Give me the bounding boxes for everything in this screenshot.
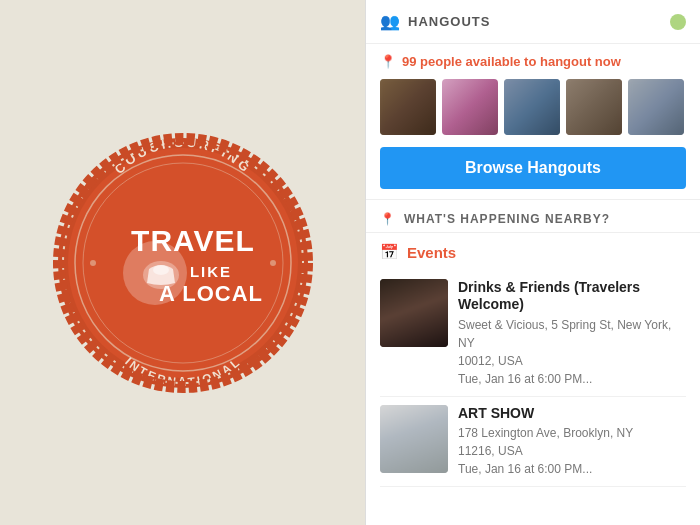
svg-point-9	[153, 265, 169, 275]
svg-text:LIKE: LIKE	[189, 263, 231, 280]
avatar-thumb	[566, 79, 622, 135]
events-section: 📅 Events Drinks & Friends (Travelers Wel…	[366, 233, 700, 493]
avatar-thumb	[504, 79, 560, 135]
online-indicator	[670, 14, 686, 30]
events-label: 📅 Events	[380, 243, 686, 261]
hangouts-header: 👥 HANGOUTS	[366, 0, 700, 44]
browse-hangouts-button[interactable]: Browse Hangouts	[380, 147, 686, 189]
event-title: Drinks & Friends (Travelers Welcome)	[458, 279, 686, 313]
avatar-thumb	[628, 79, 684, 135]
event-info: Drinks & Friends (Travelers Welcome) Swe…	[458, 279, 686, 388]
event-title: ART SHOW	[458, 405, 686, 422]
event-thumbnail	[380, 279, 448, 347]
hangouts-title: HANGOUTS	[408, 14, 490, 29]
nearby-title: WHAT'S HAPPENING NEARBY?	[404, 212, 610, 226]
right-panel: 👥 HANGOUTS 📍 99 people available to hang…	[365, 0, 700, 525]
pin-icon: 📍	[380, 54, 396, 69]
avatar-thumb	[380, 79, 436, 135]
avatar-thumb	[442, 79, 498, 135]
svg-text:TRAVEL: TRAVEL	[131, 224, 255, 257]
event-thumbnail	[380, 405, 448, 473]
nearby-section: 📍 WHAT'S HAPPENING NEARBY?	[366, 200, 700, 233]
location-icon: 📍	[380, 212, 396, 226]
avatars-row	[380, 79, 686, 135]
event-details: Sweet & Vicious, 5 Spring St, New York, …	[458, 316, 686, 388]
calendar-icon: 📅	[380, 243, 399, 261]
hangouts-header-left: 👥 HANGOUTS	[380, 12, 490, 31]
event-details: 178 Lexington Ave, Brooklyn, NY 11216, U…	[458, 424, 686, 478]
svg-point-14	[270, 260, 276, 266]
svg-text:A LOCAL: A LOCAL	[159, 281, 263, 306]
left-panel: COUCHSURFING INTERNATIONAL TRAVEL	[0, 0, 365, 525]
available-count-text: 📍 99 people available to hangout now	[380, 54, 686, 69]
event-item[interactable]: ART SHOW 178 Lexington Ave, Brooklyn, NY…	[380, 397, 686, 488]
svg-point-13	[90, 260, 96, 266]
nearby-header: 📍 WHAT'S HAPPENING NEARBY?	[380, 212, 686, 226]
event-info: ART SHOW 178 Lexington Ave, Brooklyn, NY…	[458, 405, 686, 479]
people-icon: 👥	[380, 12, 400, 31]
brand-stamp: COUCHSURFING INTERNATIONAL TRAVEL	[53, 133, 313, 393]
hangouts-section: 📍 99 people available to hangout now Bro…	[366, 44, 700, 200]
event-item[interactable]: Drinks & Friends (Travelers Welcome) Swe…	[380, 271, 686, 397]
